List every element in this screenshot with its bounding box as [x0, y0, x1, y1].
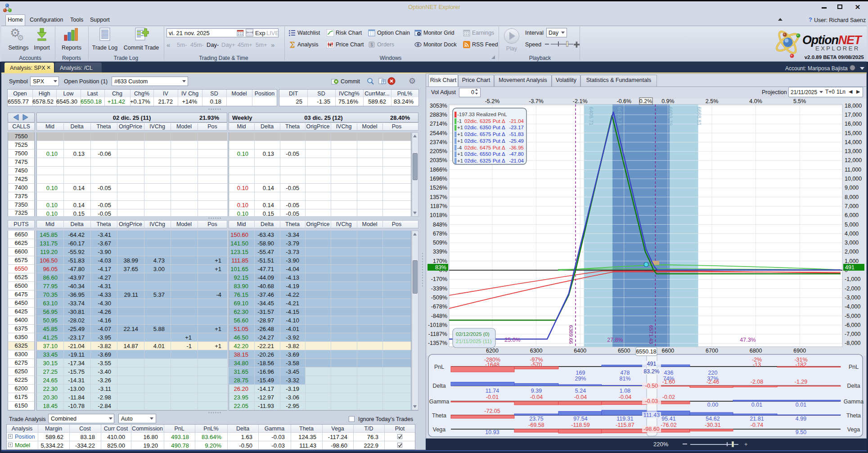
- svg-text:95.41: 95.41: [661, 416, 675, 422]
- svg-text:21.81: 21.81: [750, 416, 764, 422]
- svg-text:-0.74: -0.74: [751, 422, 764, 428]
- svg-text:-1.29: -1.29: [795, 379, 808, 385]
- svg-text:436: 436: [664, 370, 674, 376]
- svg-text:-0.01: -0.01: [486, 394, 499, 400]
- svg-text:Gamma: Gamma: [429, 399, 450, 405]
- svg-text:29%: 29%: [575, 376, 586, 382]
- svg-text:9.50: 9.50: [796, 429, 806, 435]
- svg-text:-0.04: -0.04: [619, 394, 632, 400]
- svg-text:6550.18: 6550.18: [636, 349, 656, 355]
- svg-text:5.24: 5.24: [575, 388, 586, 394]
- svg-text:-115.87: -115.87: [616, 422, 634, 428]
- svg-text:1.08: 1.08: [620, 388, 630, 394]
- svg-text:169: 169: [576, 370, 585, 376]
- svg-text:10.93: 10.93: [485, 429, 499, 435]
- svg-text:Theta: Theta: [432, 412, 446, 419]
- svg-text:Delta: Delta: [847, 383, 860, 389]
- svg-text:Theta: Theta: [846, 412, 861, 419]
- svg-text:-2.08: -2.08: [751, 379, 764, 385]
- svg-text:119.31: 119.31: [616, 416, 633, 422]
- svg-text:Gamma: Gamma: [844, 399, 864, 405]
- svg-text:Vega: Vega: [847, 426, 860, 433]
- svg-text:-2.46: -2.46: [706, 379, 720, 385]
- svg-text:-570: -570: [531, 362, 542, 368]
- svg-text:-0.04: -0.04: [530, 394, 543, 400]
- svg-text:220: 220: [708, 370, 718, 376]
- svg-text:-13: -13: [753, 362, 761, 368]
- svg-text:83.2%: 83.2%: [643, 368, 659, 375]
- svg-text:11.74: 11.74: [486, 388, 499, 394]
- svg-text:-98.60: -98.60: [643, 426, 659, 432]
- svg-text:-76.02: -76.02: [661, 422, 676, 428]
- svg-text:Vega: Vega: [433, 426, 446, 433]
- svg-text:PnL: PnL: [849, 364, 859, 370]
- svg-text:4.99: 4.99: [796, 416, 806, 422]
- svg-text:0.01: 0.01: [751, 402, 762, 408]
- svg-text:Delta: Delta: [432, 383, 445, 389]
- svg-text:97.54: 97.54: [573, 416, 587, 422]
- svg-text:23.75: 23.75: [529, 416, 543, 422]
- svg-text:111.43: 111.43: [643, 412, 660, 418]
- svg-text:81%: 81%: [619, 376, 630, 382]
- svg-text:-0.03: -0.03: [645, 398, 658, 404]
- svg-text:-1648: -1648: [485, 362, 499, 368]
- svg-text:PnL: PnL: [434, 364, 444, 370]
- svg-text:0.00: 0.00: [707, 402, 718, 408]
- svg-text:-69.58: -69.58: [528, 422, 544, 428]
- svg-text:-30.31: -30.31: [705, 422, 720, 428]
- svg-text:-1.60: -1.60: [662, 379, 675, 385]
- svg-text:-0.02: -0.02: [662, 394, 675, 400]
- svg-text:491: 491: [647, 361, 657, 367]
- svg-text:54.62: 54.62: [706, 416, 720, 422]
- svg-text:-0.50: -0.50: [645, 383, 658, 389]
- svg-text:0.01: 0.01: [796, 402, 806, 408]
- svg-text:-0.04: -0.04: [574, 394, 587, 400]
- svg-text:478: 478: [621, 370, 630, 376]
- svg-text:-182: -182: [795, 362, 806, 368]
- svg-text:-118.59: -118.59: [571, 422, 590, 428]
- svg-text:-72.05: -72.05: [484, 408, 500, 414]
- svg-text:9.39: 9.39: [531, 388, 542, 394]
